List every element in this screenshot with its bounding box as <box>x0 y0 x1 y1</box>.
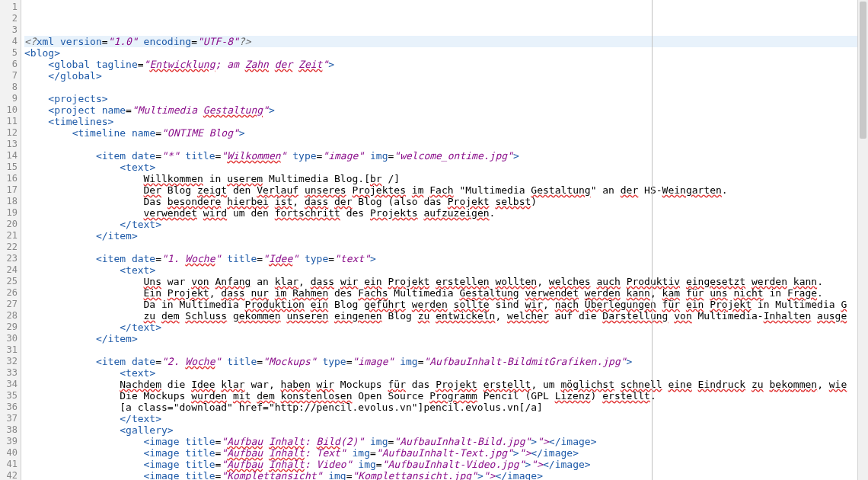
code-line[interactable]: <blog> <box>24 47 868 59</box>
code-line[interactable]: <text> <box>24 367 868 379</box>
line-number: 31 <box>0 344 18 356</box>
line-number: 18 <box>0 196 18 207</box>
code-line[interactable] <box>24 82 868 93</box>
code-line[interactable]: </item> <box>24 333 868 344</box>
code-line[interactable]: <timelines> <box>24 116 868 127</box>
line-number: 20 <box>0 219 18 230</box>
line-number: 24 <box>0 264 18 276</box>
line-number: 27 <box>0 299 18 310</box>
print-margin <box>652 0 653 480</box>
line-number: 15 <box>0 162 18 173</box>
line-number: 35 <box>0 390 18 402</box>
line-number: 13 <box>0 139 18 150</box>
code-line[interactable]: </global> <box>24 70 868 82</box>
line-number: 41 <box>0 459 18 470</box>
code-line[interactable]: Ein Projekt, dass nur im Rahmen des Fach… <box>24 287 868 299</box>
code-line[interactable]: <item date="2. Woche" title="Mockups" ty… <box>24 356 868 367</box>
code-line[interactable]: <image title="Aufbau Inhalt: Text" img="… <box>24 447 868 459</box>
code-editor[interactable]: 1234567891011121314151617181920212223242… <box>0 0 868 480</box>
line-number: 36 <box>0 402 18 413</box>
line-number: 25 <box>0 276 18 287</box>
code-line[interactable]: <project name="Multimedia Gestaltung"> <box>24 104 868 116</box>
line-number: 21 <box>0 230 18 242</box>
code-line[interactable]: <gallery> <box>24 424 868 436</box>
code-line[interactable]: Da in Multimedia Produktion ein Blog gef… <box>24 299 868 310</box>
line-number: 28 <box>0 310 18 322</box>
code-line[interactable]: <item date="*" title="Wilkommen" type="i… <box>24 150 868 162</box>
line-number: 39 <box>0 436 18 447</box>
code-line[interactable]: verwendet wird um den fortschritt des Pr… <box>24 207 868 219</box>
line-number: 4 <box>0 36 18 47</box>
code-line[interactable]: Uns war von Anfang an klar, dass wir ein… <box>24 276 868 287</box>
line-number: 22 <box>0 242 18 253</box>
code-line[interactable]: <image title="Aufbau Inhalt: Video" img=… <box>24 459 868 470</box>
code-line[interactable]: </text> <box>24 322 868 333</box>
line-number: 9 <box>0 93 18 104</box>
code-line[interactable]: Nachdem die Idee klar war, haben wir Moc… <box>24 379 868 390</box>
line-number: 2 <box>0 13 18 24</box>
code-line[interactable]: <global tagline="Entwicklung; am Zahn de… <box>24 59 868 70</box>
code-line[interactable]: <text> <box>24 264 868 276</box>
code-line[interactable]: <image title="Aufbau Inhalt: Bild(2)" im… <box>24 436 868 447</box>
code-line[interactable]: Das besondere hierbei ist, dass der Blog… <box>24 196 868 207</box>
code-line[interactable]: Der Blog zeigt den Verlauf unseres Proje… <box>24 184 868 196</box>
line-number-gutter: 1234567891011121314151617181920212223242… <box>0 0 21 480</box>
line-number: 33 <box>0 367 18 379</box>
code-line[interactable]: [a class="download" href="http://pencil.… <box>24 402 868 413</box>
line-number: 34 <box>0 379 18 390</box>
line-number: 38 <box>0 424 18 436</box>
code-line[interactable] <box>24 139 868 150</box>
code-line[interactable]: <item date="1. Woche" title="Idee" type=… <box>24 253 868 264</box>
code-line[interactable]: Willkommen in userem Multimedia Blog.[br… <box>24 173 868 184</box>
line-number: 12 <box>0 127 18 139</box>
line-number: 26 <box>0 287 18 299</box>
line-number: 3 <box>0 24 18 36</box>
line-number: 5 <box>0 47 18 59</box>
code-line[interactable] <box>24 344 868 356</box>
code-line[interactable]: </item> <box>24 230 868 242</box>
code-line[interactable]: </text> <box>24 413 868 424</box>
code-line[interactable]: <timeline name="ONTIME Blog"> <box>24 127 868 139</box>
code-line[interactable]: zu dem Schluss gekommen unseren eingenen… <box>24 310 868 322</box>
line-number: 19 <box>0 207 18 219</box>
code-line[interactable]: </text> <box>24 219 868 230</box>
line-number: 32 <box>0 356 18 367</box>
line-number: 17 <box>0 184 18 196</box>
line-number: 10 <box>0 104 18 116</box>
line-number: 14 <box>0 150 18 162</box>
scrollbar-thumb[interactable] <box>860 2 866 139</box>
line-number: 16 <box>0 173 18 184</box>
vertical-scrollbar[interactable] <box>857 0 868 480</box>
line-number: 1 <box>0 2 18 13</box>
line-number: 29 <box>0 322 18 333</box>
code-line[interactable]: <?xml version="1.0" encoding="UTF-8"?> <box>24 36 868 47</box>
line-number: 40 <box>0 447 18 459</box>
line-number: 11 <box>0 116 18 127</box>
code-area[interactable]: <?xml version="1.0" encoding="UTF-8"?><b… <box>21 0 868 480</box>
line-number: 7 <box>0 70 18 82</box>
line-number: 6 <box>0 59 18 70</box>
code-line[interactable]: <text> <box>24 162 868 173</box>
line-number: 8 <box>0 82 18 93</box>
code-line[interactable]: <projects> <box>24 93 868 104</box>
line-number: 30 <box>0 333 18 344</box>
code-line[interactable] <box>24 242 868 253</box>
code-line[interactable]: <image title="Komplettansicht" img="Komp… <box>24 470 868 480</box>
line-number: 23 <box>0 253 18 264</box>
line-number: 42 <box>0 470 18 480</box>
code-line[interactable]: Die Mockups wurden mit dem konstenlosen … <box>24 390 868 402</box>
line-number: 37 <box>0 413 18 424</box>
